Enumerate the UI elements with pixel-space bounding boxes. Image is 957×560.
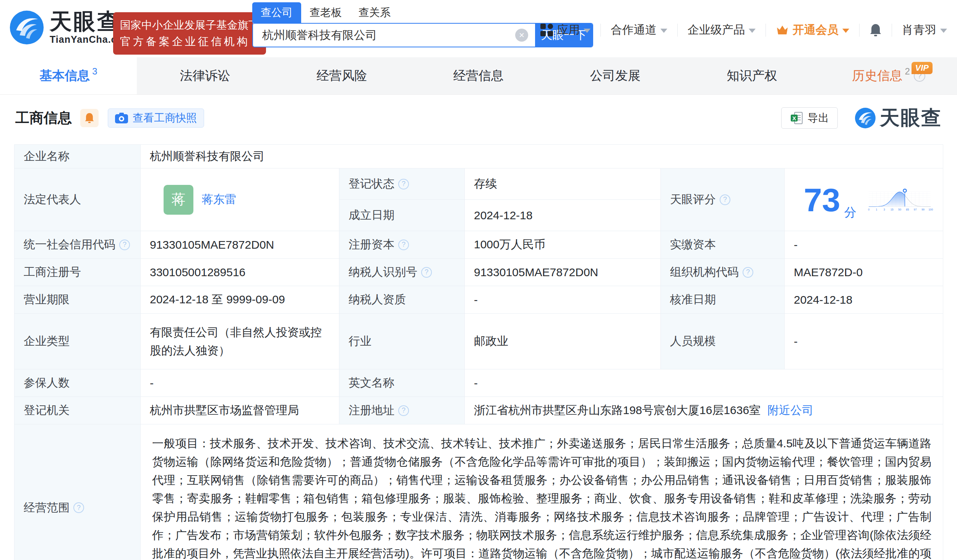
- chevron-down-icon: [749, 29, 756, 33]
- apps-grid-icon: [540, 24, 553, 36]
- menu-enterprise[interactable]: 企业级产品: [688, 22, 756, 38]
- legal-rep-label: 法定代表人: [15, 168, 141, 231]
- tick-label: 1: [876, 208, 877, 210]
- business-snapshot-button[interactable]: 查看工商快照: [108, 108, 204, 128]
- menu-partner-label: 合作通道: [611, 22, 657, 38]
- tab-basic-info-count: 3: [92, 66, 97, 77]
- tianyancha-logo-icon: [9, 10, 44, 45]
- company-type-label: 企业类型: [15, 314, 141, 369]
- notifications-bell[interactable]: [869, 23, 882, 37]
- legal-rep-link[interactable]: 蒋东雷: [202, 192, 236, 207]
- taxpayer-id-label: 纳税人识别号: [349, 264, 417, 280]
- established-label: 成立日期: [339, 200, 465, 231]
- reg-status-value: 存续: [465, 168, 661, 200]
- tick-label: 100: [928, 208, 933, 210]
- tab-legal-label: 法律诉讼: [180, 67, 230, 84]
- divider: [766, 24, 766, 37]
- org-code-value: MAE7872D-0: [785, 259, 943, 286]
- help-icon[interactable]: ?: [743, 267, 753, 278]
- divider: [892, 24, 892, 37]
- reg-address-label: 注册地址: [349, 403, 394, 418]
- tab-legal[interactable]: 法律诉讼: [137, 57, 274, 94]
- help-icon[interactable]: ?: [720, 194, 730, 205]
- clear-search-icon[interactable]: ×: [515, 29, 528, 42]
- bell-icon: [869, 23, 882, 37]
- tab-history-info[interactable]: VIP 历史信息 2 ?: [820, 57, 957, 94]
- help-icon[interactable]: ?: [398, 240, 409, 250]
- excel-icon: X: [790, 112, 803, 125]
- search-tab-relation[interactable]: 查关系: [350, 2, 399, 23]
- tab-operating-info[interactable]: 经营信息: [410, 57, 547, 94]
- help-icon[interactable]: ?: [398, 405, 409, 416]
- menu-vip-label: 开通会员: [793, 22, 839, 38]
- tab-history-info-label: 历史信息: [852, 67, 902, 84]
- section-header: 工商信息 查看工商快照 X 导出: [0, 95, 957, 139]
- business-term-label: 营业期限: [15, 286, 141, 314]
- top-menu: 应用 合作通道 企业级产品 开通会员: [540, 22, 947, 38]
- camera-icon: [115, 113, 128, 123]
- english-name-value: -: [465, 369, 943, 397]
- tab-intellectual-property-label: 知识产权: [727, 67, 777, 84]
- bell-icon: [84, 112, 94, 124]
- business-scope-value: 一般项目：技术服务、技术开发、技术咨询、技术交流、技术转让、技术推广；外卖递送服…: [152, 434, 931, 560]
- tab-intellectual-property[interactable]: 知识产权: [684, 57, 821, 94]
- menu-vip[interactable]: 开通会员: [776, 22, 849, 38]
- divider: [859, 24, 860, 37]
- table-row: 营业期限 2024-12-18 至 9999-09-09 纳税人资质 - 核准日…: [15, 286, 943, 314]
- insured-count-label: 参保人数: [15, 369, 141, 397]
- table-row: 企业名称 杭州顺誉科技有限公司: [15, 145, 943, 168]
- tab-operating-risk-label: 经营风险: [316, 67, 367, 84]
- reg-status-label: 登记状态: [349, 176, 394, 192]
- insured-count-value: -: [141, 369, 339, 397]
- tab-company-development-label: 公司发展: [590, 67, 641, 84]
- search-tab-boss[interactable]: 查老板: [301, 2, 350, 23]
- search-input[interactable]: [253, 24, 515, 47]
- help-icon[interactable]: ?: [119, 240, 130, 250]
- tick-label: 97: [914, 208, 917, 210]
- table-row: 法定代表人 蒋 蒋东雷 登记状态 ? 存续 天眼评分 ? 73 分: [15, 168, 943, 200]
- chevron-down-icon: [940, 29, 947, 33]
- tab-company-development[interactable]: 公司发展: [547, 57, 684, 94]
- business-scope-label: 经营范围: [24, 500, 70, 516]
- tick-label: 99: [921, 208, 925, 210]
- monitor-bell-button[interactable]: [80, 109, 99, 127]
- help-icon[interactable]: ?: [421, 267, 432, 278]
- tick-label: 0: [868, 208, 869, 210]
- chevron-down-icon: [584, 29, 590, 33]
- tick-label: 50: [898, 208, 901, 210]
- top-header: 天眼查 TianYanCha.com 国家中小企业发展子基金旗下 官方备案企业征…: [0, 0, 957, 57]
- tab-basic-info[interactable]: 基本信息 3: [0, 57, 137, 94]
- industry-label: 行业: [339, 314, 465, 369]
- divider: [677, 24, 678, 37]
- taxpayer-quality-value: -: [465, 286, 661, 314]
- help-icon[interactable]: ?: [398, 179, 409, 189]
- reg-address-value: 浙江省杭州市拱墅区舟山东路198号宸创大厦16层1636室: [474, 403, 761, 418]
- english-name-label: 英文名称: [339, 369, 465, 397]
- search-tab-company[interactable]: 查公司: [252, 2, 301, 23]
- industry-value: 邮政业: [465, 314, 661, 369]
- nearby-companies-link[interactable]: 附近公司: [767, 403, 813, 418]
- table-row: 经营范围 ? 一般项目：技术服务、技术开发、技术咨询、技术交流、技术转让、技术推…: [15, 424, 943, 560]
- staff-size-value: -: [785, 314, 943, 369]
- tab-operating-risk[interactable]: 经营风险: [273, 57, 410, 94]
- menu-partner[interactable]: 合作通道: [611, 22, 667, 38]
- reg-authority-label: 登记机关: [15, 397, 141, 424]
- tab-operating-info-label: 经营信息: [453, 67, 504, 84]
- menu-apps[interactable]: 应用: [540, 22, 590, 38]
- approval-date-label: 核准日期: [661, 286, 785, 314]
- legal-rep-avatar[interactable]: 蒋: [164, 185, 193, 215]
- tianyan-score: 73 分: [794, 175, 934, 225]
- credit-code-label: 统一社会信用代码: [24, 237, 115, 252]
- menu-apps-label: 应用: [557, 22, 580, 38]
- score-distribution-chart: 0 1 3 15 50 85 97 99 100: [867, 175, 934, 225]
- help-icon[interactable]: ?: [73, 502, 84, 513]
- reg-authority-value: 杭州市拱墅区市场监督管理局: [141, 397, 339, 424]
- tick-label: 85: [906, 208, 909, 210]
- crown-icon: [776, 24, 789, 36]
- export-button[interactable]: X 导出: [781, 107, 838, 129]
- table-row: 统一社会信用代码 ? 91330105MAE7872D0N 注册资本 ? 100…: [15, 231, 943, 259]
- company-type-value: 有限责任公司（非自然人投资或控股的法人独资）: [141, 314, 339, 369]
- company-name-label: 企业名称: [15, 145, 141, 168]
- user-account[interactable]: 肖青羽: [902, 22, 947, 38]
- gov-badge-line2: 官方备案企业征信机构: [120, 33, 259, 50]
